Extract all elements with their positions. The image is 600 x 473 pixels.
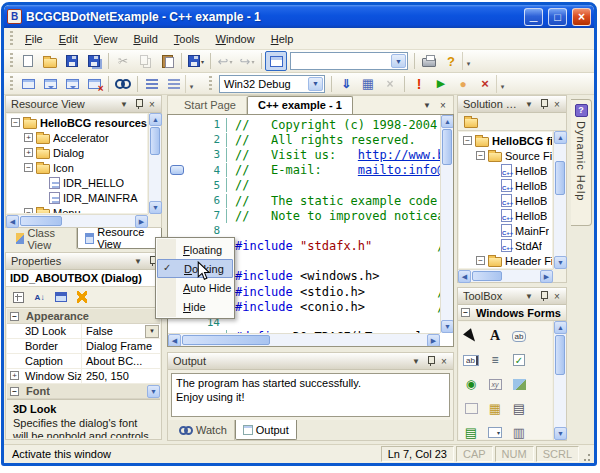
tree-item[interactable]: IDR_HELLO: [9, 175, 147, 190]
properties-titlebar[interactable]: Properties ▼: [6, 253, 161, 270]
tab-resource-view[interactable]: Resource View: [77, 228, 162, 249]
solution-tree-vscrollbar[interactable]: ▲ ▼: [553, 131, 566, 269]
window-position-menu-icon[interactable]: ▼: [131, 255, 145, 268]
cancel-build-button[interactable]: [379, 74, 401, 94]
toolbox-item-group-box[interactable]: xy: [483, 372, 507, 396]
compile-button[interactable]: [335, 74, 357, 94]
code-line[interactable]: 2// All rights reserved.: [168, 132, 440, 147]
code-line[interactable]: 7// Note to improved noticeab: [168, 208, 440, 223]
tab-output[interactable]: Output: [235, 420, 297, 440]
tab-class-view[interactable]: Class View: [9, 228, 77, 249]
tab-watch[interactable]: Watch: [172, 420, 235, 440]
menu-grip[interactable]: [9, 31, 14, 46]
tree-item[interactable]: HelloB: [461, 208, 552, 223]
pin-icon[interactable]: [423, 355, 437, 368]
resize-grip[interactable]: [579, 446, 592, 462]
tree-item[interactable]: +Accelerator: [9, 130, 147, 145]
find-in-files-button[interactable]: [112, 74, 134, 94]
toolbox-item-data-grid[interactable]: ▦: [483, 396, 507, 420]
paste-button[interactable]: [156, 51, 178, 71]
close-button[interactable]: [572, 8, 591, 26]
toolbox-item-panel[interactable]: [459, 396, 483, 420]
code-line[interactable]: 5//: [168, 178, 440, 193]
tree-item[interactable]: HelloB: [461, 178, 552, 193]
context-menu-item-floating[interactable]: Floating: [157, 240, 233, 259]
indent-button[interactable]: [141, 74, 163, 94]
scroll-left-icon[interactable]: ◀: [6, 215, 19, 228]
scroll-thumb[interactable]: [20, 216, 62, 226]
menu-edit[interactable]: Edit: [51, 30, 86, 48]
expander-expand-icon[interactable]: +: [24, 133, 33, 142]
expander-expand-icon[interactable]: +: [10, 371, 19, 380]
open-file-button[interactable]: [39, 51, 61, 71]
expander-collapse-icon[interactable]: −: [476, 151, 485, 160]
context-menu-item-hide[interactable]: Hide: [157, 297, 233, 316]
property-value[interactable]: 250, 150: [81, 369, 160, 383]
property-value[interactable]: Dialog Frame: [81, 339, 160, 353]
close-document-icon[interactable]: ×: [436, 98, 450, 112]
callout-delete-button[interactable]: [83, 74, 105, 94]
document-tab-start-page[interactable]: Start Page: [174, 97, 247, 114]
scroll-down-icon[interactable]: ▼: [441, 320, 454, 333]
scroll-up-icon[interactable]: ▲: [554, 321, 567, 334]
menu-help[interactable]: Help: [263, 30, 302, 48]
show-all-files-icon[interactable]: [461, 113, 480, 131]
new-window-button[interactable]: [17, 74, 39, 94]
window-position-menu-icon[interactable]: ▼: [522, 290, 536, 303]
help-button[interactable]: [440, 51, 462, 71]
toolbox-section-windows-forms[interactable]: − Windows Forms: [458, 305, 566, 321]
toolbox-item-list-box[interactable]: ▤: [507, 396, 531, 420]
title-bar[interactable]: B BCGCBDotNetExample - C++ example - 1: [4, 5, 594, 28]
dropdown-arrow-icon[interactable]: ▾: [251, 58, 254, 65]
toolbox-item-checkbox[interactable]: ✓: [507, 348, 531, 372]
code-line[interactable]: 1// Copyright (c) 1998-2004 B: [168, 117, 440, 132]
toolbox-item-textbox[interactable]: ab: [459, 348, 483, 372]
outdent-button[interactable]: [163, 74, 185, 94]
scroll-up-icon[interactable]: ▲: [149, 113, 162, 126]
find-combo[interactable]: [290, 52, 408, 70]
pin-icon[interactable]: [536, 290, 550, 303]
scroll-down-icon[interactable]: ▼: [554, 427, 567, 440]
go-button[interactable]: [430, 74, 452, 94]
save-all-button[interactable]: [83, 51, 105, 71]
close-panel-icon[interactable]: ×: [145, 98, 159, 111]
property-row[interactable]: 3D LookFalse▼: [7, 324, 160, 339]
tree-item[interactable]: −HelloBCG resources: [9, 115, 147, 130]
dropdown-arrow-icon[interactable]: ▾: [229, 58, 232, 65]
expander-collapse-icon[interactable]: −: [10, 387, 19, 396]
tree-item[interactable]: MainFr: [461, 223, 552, 238]
toolbar-grip[interactable]: [9, 53, 14, 68]
menu-window[interactable]: Window: [208, 30, 263, 48]
scroll-right-icon[interactable]: ▶: [427, 334, 440, 347]
menu-build[interactable]: Build: [125, 30, 165, 48]
expander-collapse-icon[interactable]: −: [463, 136, 472, 145]
build-button[interactable]: [357, 74, 379, 94]
tree-item[interactable]: −Icon: [9, 160, 147, 175]
close-panel-icon[interactable]: ×: [550, 98, 564, 111]
print-button[interactable]: [418, 51, 440, 71]
build-config-combo[interactable]: Win32 Debug: [219, 75, 325, 93]
window-position-menu-icon[interactable]: ▼: [522, 98, 536, 111]
minimize-button[interactable]: [524, 8, 543, 26]
expander-collapse-icon[interactable]: −: [476, 256, 485, 265]
property-row[interactable]: +Window Size250, 150: [7, 369, 160, 384]
tree-item[interactable]: −HelloBCG file: [461, 133, 552, 148]
scroll-left-icon[interactable]: ◀: [168, 334, 181, 347]
close-panel-icon[interactable]: ×: [550, 290, 564, 303]
scroll-thumb[interactable]: [182, 335, 270, 345]
scroll-up-icon[interactable]: ▲: [441, 115, 454, 128]
dropdown-arrow-icon[interactable]: [391, 54, 406, 68]
toolbox-item-main-menu[interactable]: ≡: [483, 348, 507, 372]
resource-tree-vscrollbar[interactable]: ▲ ▼: [148, 113, 161, 214]
dropdown-arrow-icon[interactable]: ▾: [201, 58, 204, 65]
toolbar-grip[interactable]: [9, 76, 14, 91]
expander-collapse-icon[interactable]: −: [24, 163, 33, 172]
toolbar-overflow-icon[interactable]: [462, 52, 474, 70]
full-screen-button[interactable]: [265, 51, 287, 71]
events-lightning-icon[interactable]: [72, 288, 91, 306]
break-all-button[interactable]: [452, 74, 474, 94]
tree-item[interactable]: −Source Fil: [461, 148, 552, 163]
property-value[interactable]: False▼: [81, 324, 160, 338]
window-position-menu-icon[interactable]: ▼: [117, 98, 131, 111]
pin-icon[interactable]: [536, 98, 550, 111]
